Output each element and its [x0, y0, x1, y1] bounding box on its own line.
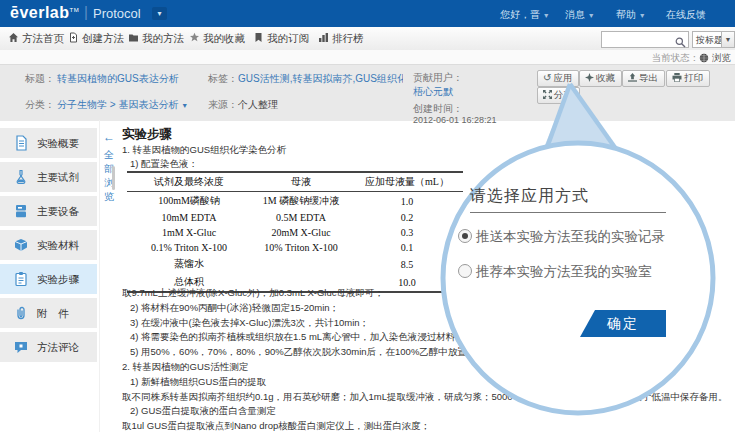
- sidebar-item-materials[interactable]: 实验材料: [0, 230, 97, 260]
- scrollbar-thumb[interactable]: [112, 166, 115, 190]
- paperclip-icon: [13, 305, 29, 321]
- globe-icon: [699, 53, 709, 63]
- nav-ranking[interactable]: 排行榜: [318, 32, 364, 46]
- search-box: [601, 31, 689, 48]
- protocol-title-link[interactable]: 转基因植物的GUS表达分析: [57, 72, 179, 86]
- logo-separator: |: [84, 3, 88, 20]
- created-value: 2012-06-01 16:28:21: [413, 115, 497, 125]
- col-header: 试剂及最终浓度: [127, 172, 251, 192]
- nav-my-favorites[interactable]: 我的收藏: [189, 32, 245, 46]
- star-icon: [189, 32, 200, 43]
- back-arrow-icon[interactable]: ←: [103, 130, 115, 144]
- renren-share-icon[interactable]: r: [627, 165, 638, 176]
- search-filter-select[interactable]: 按标题 ▼: [692, 31, 735, 48]
- home-icon: [8, 32, 19, 43]
- chevron-down-icon: ▼: [543, 12, 550, 19]
- category-label: 分类：: [25, 98, 55, 112]
- weibo-share-icon[interactable]: w: [552, 165, 563, 176]
- box-icon: [13, 237, 29, 253]
- apply-refresh-icon: ↺: [543, 72, 551, 83]
- popup-option-push-to-records[interactable]: 推送本实验方法至我的实验记录: [458, 228, 665, 246]
- status-label: 当前状态：: [652, 52, 700, 63]
- nav-my-subscriptions[interactable]: 我的订阅: [253, 32, 309, 46]
- favorite-button[interactable]: 收藏: [579, 70, 622, 87]
- export-icon: [628, 73, 637, 82]
- table-row: 10mM EDTA0.5M EDTA0.2: [127, 210, 463, 225]
- protocol-line: 5) 用50%，60%，70%，80%，90%乙醇依次脱水30min后，在100…: [122, 345, 733, 360]
- table-row: 蒸馏水8.5: [127, 255, 463, 273]
- feedback-link[interactable]: 在线反馈: [666, 8, 706, 22]
- protocol-text: 取9.7mL上述缓冲液(除X-Gluc外)，加0.3mL X-Gluc母液即可；…: [122, 286, 733, 432]
- messages-menu[interactable]: 消息 ▼: [565, 8, 595, 22]
- expand-arrows-icon: [543, 90, 552, 99]
- taobao-share-icon[interactable]: t: [582, 165, 593, 176]
- topbar: ēverlabTM | Protocol ▾ 您好，晋 ▼ 消息 ▼ 帮助 ▼ …: [0, 0, 735, 27]
- radio-button[interactable]: [458, 264, 472, 278]
- everlab-logo[interactable]: ēverlabTM: [10, 4, 79, 22]
- protocol-line: 1) 新鲜植物组织GUS蛋白的提取: [122, 375, 733, 390]
- contributor-link[interactable]: 梧心元默: [413, 85, 453, 99]
- chevron-down-icon: ▼: [639, 12, 646, 19]
- user-menu[interactable]: 您好，晋 ▼: [500, 8, 550, 22]
- search-input[interactable]: [604, 33, 676, 46]
- qzone-share-icon[interactable]: Q: [567, 165, 578, 176]
- table-row: 100mM磷酸钠1M 磷酸钠缓冲液1.0: [127, 192, 463, 211]
- popup-title: 请选择应用方式: [470, 186, 589, 207]
- table-row: 0.1% Triton X-10010% Triton X-1000.1: [127, 240, 463, 255]
- status-row: 当前状态： 浏览: [0, 50, 735, 64]
- section-1-title: 1. 转基因植物的GUS组织化学染色分析: [122, 144, 286, 157]
- chevron-down-icon[interactable]: ▼: [721, 32, 734, 47]
- protocol-line: 取1ul GUS蛋白提取液点到Nano drop核酸蛋白测定仪上，测出蛋白浓度；: [122, 419, 733, 432]
- share-button[interactable]: 分享: [537, 87, 580, 104]
- sidebar-item-comments[interactable]: 方法评论: [0, 332, 97, 362]
- step-1-label: 1) 配置染色液：: [130, 158, 198, 171]
- chevron-down-icon: ▼: [588, 12, 595, 19]
- everlab-protocol-page: ēverlabTM | Protocol ▾ 您好，晋 ▼ 消息 ▼ 帮助 ▼ …: [0, 0, 735, 432]
- sidebar-item-steps[interactable]: 实验步骤: [0, 264, 97, 294]
- contributor-label: 贡献用户：: [413, 71, 463, 85]
- sidebar-item-equipment[interactable]: 主要设备: [0, 196, 97, 226]
- tags-links[interactable]: GUS活性测,转基因拟南芥,GUS组织化..: [238, 72, 403, 86]
- protocol-line: 2. 转基因植物的GUS活性测定: [122, 360, 733, 375]
- comment-icon: [13, 339, 29, 355]
- nav-create-method[interactable]: 创建方法: [68, 32, 124, 46]
- sidebar-item-attachments[interactable]: 附 件: [0, 298, 97, 328]
- chevron-down-icon[interactable]: ▼: [181, 102, 188, 109]
- facebook-share-icon[interactable]: f: [537, 165, 548, 176]
- clipboard-icon: [13, 271, 29, 287]
- table-header-row: 试剂及最终浓度 母液 应加母液量（mL）: [127, 172, 463, 192]
- sidebar-item-reagents[interactable]: 主要试剂: [0, 162, 97, 192]
- social-share-row: fwQt豆kr+: [537, 165, 657, 183]
- product-switcher-chevron-icon[interactable]: ▾: [152, 7, 167, 20]
- source-value: 个人整理: [238, 98, 278, 112]
- ranking-icon: [318, 32, 329, 43]
- title-label: 标题：: [25, 72, 55, 86]
- sidebar-item-overview[interactable]: 实验概要: [0, 128, 97, 158]
- popup-title-divider: [470, 212, 666, 213]
- apply-button[interactable]: ↺应用: [537, 70, 579, 87]
- kaixin-share-icon[interactable]: k: [612, 165, 623, 176]
- nav-my-methods[interactable]: 我的方法: [128, 32, 184, 46]
- more-share-icon[interactable]: +: [642, 165, 653, 176]
- document-icon: [13, 135, 29, 151]
- create-icon: [68, 32, 79, 43]
- protocol-line: 取不同株系转基因拟南芥组织约0.1g，用石英砂研磨；加入1mL提取缓冲液，研成匀…: [122, 390, 733, 405]
- print-button[interactable]: 打印: [666, 70, 710, 87]
- export-button[interactable]: 导出: [622, 70, 665, 87]
- page-title: 实验步骤: [122, 126, 172, 143]
- created-label: 创建时间：: [413, 102, 463, 116]
- douban-share-icon[interactable]: 豆: [597, 165, 608, 176]
- radio-button[interactable]: [458, 229, 472, 243]
- col-header: 应加母液量（mL）: [351, 172, 463, 192]
- nav-method-home[interactable]: 方法首页: [8, 32, 64, 46]
- flask-icon: [13, 169, 29, 185]
- logo-tm: TM: [70, 7, 80, 13]
- popup-option-recommend-to-lab[interactable]: 推荐本实验方法至我的实验室: [458, 263, 652, 281]
- subscribe-icon: [253, 32, 264, 43]
- source-label: 来源：: [208, 98, 238, 112]
- confirm-button[interactable]: 确定: [580, 310, 666, 337]
- equipment-icon: [13, 203, 29, 219]
- help-menu[interactable]: 帮助 ▼: [616, 8, 646, 22]
- category-link[interactable]: 分子生物学 > 基因表达分析 ▼: [57, 98, 188, 112]
- four-point-star-icon: [585, 73, 594, 82]
